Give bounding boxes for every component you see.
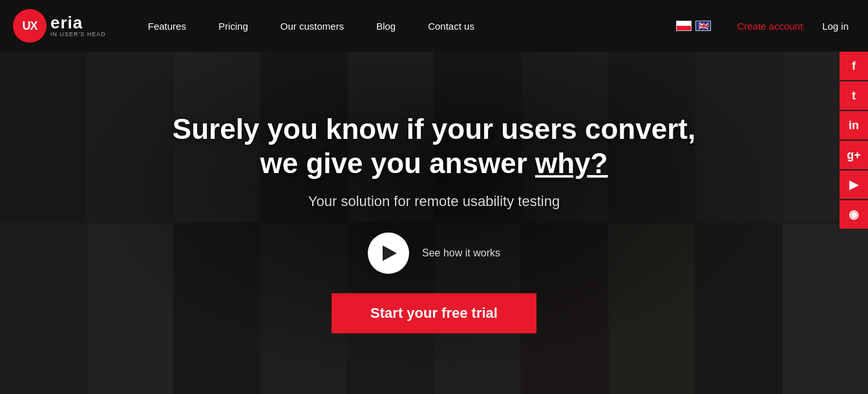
hero-headline: Surely you know if your users convert, w… <box>173 112 695 181</box>
linkedin-button[interactable]: in <box>840 111 868 140</box>
hero-content: Surely you know if your users convert, w… <box>0 52 868 394</box>
play-button[interactable] <box>368 233 409 274</box>
logo-text: eria IN USER'S HEAD <box>50 14 106 37</box>
nav-features[interactable]: Features <box>132 0 202 52</box>
headline-line2: we give you answer why? <box>260 147 608 179</box>
language-flags <box>676 21 711 31</box>
instagram-button[interactable]: ◉ <box>840 200 868 229</box>
headline-part2: we give you answer <box>260 147 536 179</box>
create-account-button[interactable]: Create account <box>730 21 809 32</box>
logo[interactable]: UX eria IN USER'S HEAD <box>13 9 106 43</box>
hero-section: Surely you know if your users convert, w… <box>0 52 868 394</box>
logo-eria: eria <box>50 14 106 31</box>
login-button[interactable]: Log in <box>816 21 855 32</box>
flag-uk[interactable] <box>695 21 711 31</box>
logo-ux: UX <box>22 19 37 33</box>
youtube-button[interactable]: ▶ <box>840 171 868 199</box>
facebook-button[interactable]: f <box>840 52 868 80</box>
hero-actions: See how it works <box>368 233 500 274</box>
navbar: UX eria IN USER'S HEAD Features Pricing … <box>0 0 868 52</box>
nav-pricing[interactable]: Pricing <box>202 0 264 52</box>
headline-line1: Surely you know if your users convert, <box>173 113 695 145</box>
headline-why: why? <box>535 147 608 179</box>
nav-blog[interactable]: Blog <box>360 0 412 52</box>
see-how-text: See how it works <box>422 247 500 259</box>
cta-button[interactable]: Start your free trial <box>332 293 536 333</box>
nav-right: Create account Log in <box>676 21 855 32</box>
hero-subtext: Your solution for remote usability testi… <box>308 193 560 210</box>
googleplus-button[interactable]: g+ <box>840 141 868 169</box>
nav-customers[interactable]: Our customers <box>264 0 360 52</box>
social-sidebar: f t in g+ ▶ ◉ <box>840 52 868 229</box>
logo-tagline: IN USER'S HEAD <box>50 31 106 37</box>
logo-circle: UX <box>13 9 47 43</box>
nav-links: Features Pricing Our customers Blog Cont… <box>132 0 677 52</box>
play-icon <box>383 245 397 261</box>
flag-pl[interactable] <box>676 21 692 31</box>
twitter-button[interactable]: t <box>840 81 868 110</box>
nav-contact[interactable]: Contact us <box>412 0 491 52</box>
